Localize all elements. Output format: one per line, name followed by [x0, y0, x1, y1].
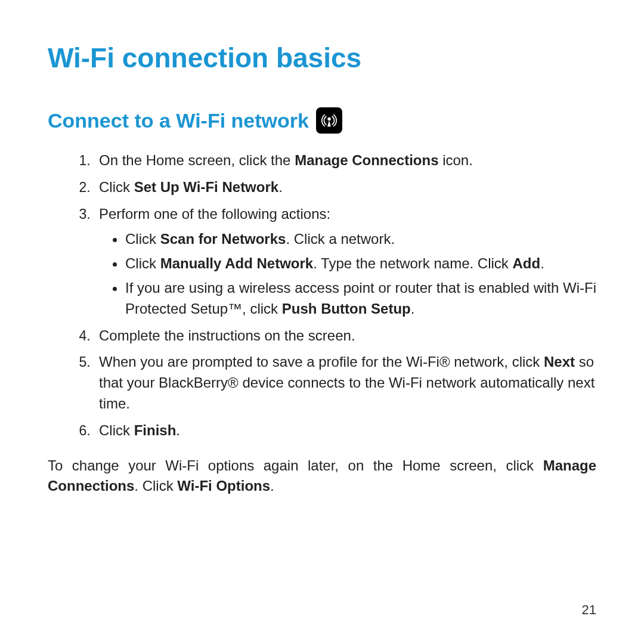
- bold: Push Button Setup: [282, 301, 411, 317]
- text: .: [540, 255, 544, 271]
- step-5: When you are prompted to save a profile …: [94, 352, 596, 414]
- text: . Type the network name. Click: [313, 255, 512, 271]
- bold: Next: [544, 354, 575, 370]
- sub-item-wps: If you are using a wireless access point…: [125, 278, 596, 320]
- sub-list: Click Scan for Networks. Click a network…: [99, 229, 596, 319]
- svg-point-0: [327, 117, 330, 120]
- text: icon.: [439, 152, 473, 168]
- text: On the Home screen, click the: [99, 152, 295, 168]
- wifi-antenna-icon: [316, 107, 342, 134]
- bold: Manage Connections: [295, 152, 438, 168]
- text: .: [270, 478, 274, 494]
- text: Click: [125, 231, 160, 247]
- text: .: [278, 179, 283, 195]
- instruction-list: On the Home screen, click the Manage Con…: [48, 150, 596, 441]
- step-6: Click Finish.: [94, 420, 596, 441]
- text: Perform one of the following actions:: [99, 206, 330, 222]
- text: . Click a network.: [286, 231, 395, 247]
- text: To change your Wi-Fi options again later…: [48, 457, 543, 473]
- sub-item-scan: Click Scan for Networks. Click a network…: [125, 229, 596, 250]
- sub-item-manual: Click Manually Add Network. Type the net…: [125, 253, 596, 274]
- text: Click: [99, 422, 134, 438]
- step-2: Click Set Up Wi-Fi Network.: [94, 177, 596, 198]
- closing-paragraph: To change your Wi-Fi options again later…: [48, 456, 596, 497]
- step-3: Perform one of the following actions: Cl…: [94, 204, 596, 320]
- section-heading-row: Connect to a Wi-Fi network: [48, 107, 596, 134]
- step-4: Complete the instructions on the screen.: [94, 326, 596, 346]
- bold: Manually Add Network: [160, 255, 313, 271]
- section-heading: Connect to a Wi-Fi network: [48, 109, 309, 132]
- text: .: [411, 301, 415, 317]
- text: Click: [125, 255, 160, 271]
- text: . Click: [134, 478, 177, 494]
- bold: Wi-Fi Options: [177, 478, 270, 494]
- bold: Add: [513, 255, 541, 271]
- text: .: [176, 422, 180, 438]
- page-number: 21: [582, 602, 596, 618]
- bold: Scan for Networks: [160, 231, 286, 247]
- bold: Finish: [134, 422, 177, 438]
- document-page: Wi-Fi connection basics Connect to a Wi-…: [0, 0, 644, 644]
- page-title: Wi-Fi connection basics: [48, 42, 596, 74]
- text: Click: [99, 179, 134, 195]
- bold: Set Up Wi-Fi Network: [134, 179, 278, 195]
- step-1: On the Home screen, click the Manage Con…: [94, 150, 596, 171]
- text: Complete the instructions on the screen.: [99, 327, 355, 343]
- text: When you are prompted to save a profile …: [99, 354, 544, 370]
